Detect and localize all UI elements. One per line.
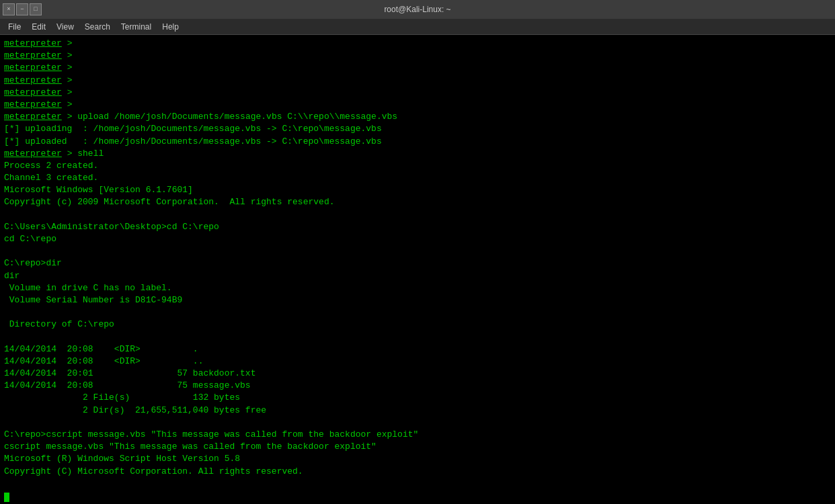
prompt: meterpreter [4, 50, 62, 60]
terminal-line [4, 245, 831, 257]
menu-help[interactable]: Help [157, 21, 184, 33]
terminal-line: meterpreter > shell [4, 148, 831, 160]
terminal-line: Volume in drive C has no label. [4, 282, 831, 294]
menu-bar: File Edit View Search Terminal Help [0, 19, 835, 35]
terminal-line: 14/04/2014 20:01 57 backdoor.txt [4, 368, 831, 380]
terminal-line [4, 478, 831, 490]
cursor [4, 493, 9, 502]
terminal-line [4, 331, 831, 343]
terminal-line: [*] uploaded : /home/josh/Documents/mess… [4, 136, 831, 148]
menu-file[interactable]: File [3, 21, 26, 33]
window-controls[interactable]: × − □ [3, 3, 42, 15]
prompt: meterpreter [4, 38, 62, 48]
terminal-line: Microsoft Windows [Version 6.1.7601] [4, 184, 831, 196]
terminal-line [4, 209, 831, 221]
terminal-line: cd C:\repo [4, 233, 831, 245]
terminal-line: Directory of C:\repo [4, 319, 831, 331]
close-button[interactable]: × [3, 3, 15, 15]
terminal-line [4, 417, 831, 429]
terminal-line: meterpreter > [4, 50, 831, 62]
prompt: meterpreter [4, 149, 62, 159]
terminal-body[interactable]: meterpreter >meterpreter >meterpreter >m… [0, 35, 835, 504]
terminal-line: C:\repo>dir [4, 257, 831, 269]
terminal-line: C:\repo>cscript message.vbs "This messag… [4, 429, 831, 441]
terminal-line: meterpreter > [4, 62, 831, 74]
prompt: meterpreter [4, 99, 62, 110]
terminal-line [4, 306, 831, 319]
prompt: meterpreter [4, 87, 62, 97]
title-bar: × − □ root@Kali-Linux: ~ [0, 0, 835, 19]
terminal-line: 2 File(s) 132 bytes [4, 392, 831, 404]
terminal-line: cscript message.vbs "This message was ca… [4, 441, 831, 453]
terminal-line: 14/04/2014 20:08 75 message.vbs [4, 380, 831, 392]
terminal-line: Process 2 created. [4, 160, 831, 172]
terminal-line: C:\Users\Administrator\Desktop>cd C:\rep… [4, 221, 831, 233]
terminal-line: meterpreter > [4, 38, 831, 50]
terminal-line [4, 490, 831, 502]
prompt: meterpreter [4, 112, 62, 122]
terminal-line: meterpreter > upload /home/josh/Document… [4, 111, 831, 123]
terminal-line: Channel 3 created. [4, 172, 831, 184]
terminal-line: Copyright (C) Microsoft Corporation. All… [4, 466, 831, 478]
prompt: meterpreter [4, 62, 62, 73]
terminal-line: meterpreter > [4, 99, 831, 111]
menu-search[interactable]: Search [79, 21, 116, 33]
prompt: meterpreter [4, 75, 62, 85]
terminal-line: dir [4, 270, 831, 282]
terminal-line: 14/04/2014 20:08 <DIR> .. [4, 355, 831, 368]
minimize-button[interactable]: − [16, 3, 28, 15]
terminal-line: 14/04/2014 20:08 <DIR> . [4, 343, 831, 355]
menu-edit[interactable]: Edit [26, 21, 51, 33]
terminal-line: [*] uploading : /home/josh/Documents/mes… [4, 123, 831, 135]
terminal-window: × − □ root@Kali-Linux: ~ File Edit View … [0, 0, 835, 504]
window-title: root@Kali-Linux: ~ [384, 5, 450, 14]
menu-view[interactable]: View [51, 21, 79, 33]
terminal-line: Copyright (c) 2009 Microsoft Corporation… [4, 196, 831, 208]
terminal-line: 2 Dir(s) 21,655,511,040 bytes free [4, 405, 831, 417]
terminal-line: meterpreter > [4, 75, 831, 87]
terminal-line: meterpreter > [4, 87, 831, 99]
terminal-line: Volume Serial Number is D81C-94B9 [4, 294, 831, 306]
terminal-line: Microsoft (R) Windows Script Host Versio… [4, 453, 831, 465]
menu-terminal[interactable]: Terminal [116, 21, 157, 33]
maximize-button[interactable]: □ [30, 3, 42, 15]
